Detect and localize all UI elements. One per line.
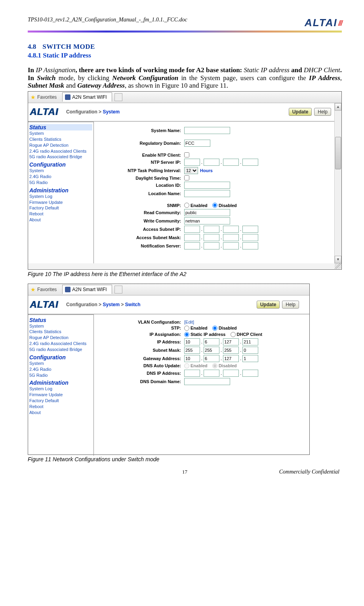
sidebar-link[interactable]: Rogue AP Detection [29,335,92,341]
ntp-ip-octet[interactable] [223,159,239,166]
snmp-enabled-radio[interactable] [184,203,189,208]
ntp-ip-octet[interactable] [204,159,219,166]
resize-grip-icon[interactable] [335,263,341,269]
new-tab-button[interactable] [114,286,122,293]
label-dns-name: DNS Domain Name: [94,379,184,384]
sidebar-link[interactable]: System [29,323,92,329]
label-subnet: Subnet Mask: [94,348,184,353]
scroll-thumb[interactable] [335,137,341,170]
notif-octet[interactable] [184,242,200,249]
ip-octet[interactable] [242,338,258,345]
static-ip-radio[interactable] [184,332,189,337]
access-ip-octet[interactable] [184,226,200,233]
dns-auto-enabled-radio [184,363,189,368]
dhcp-client-radio[interactable] [231,332,236,337]
access-mask-octet[interactable] [223,234,239,241]
sidebar-link[interactable]: Clients Statistics [29,136,92,142]
sidebar-link[interactable]: 5G Radio [29,372,92,378]
dns-ip-octet[interactable] [204,370,219,377]
notif-octet[interactable] [223,242,239,249]
sidebar-head-status[interactable]: Status [29,124,92,130]
browser-tab[interactable]: A2N Smart WIFI [62,92,112,102]
dns-domain-input[interactable] [184,378,230,385]
ntp-enable-checkbox[interactable] [184,152,189,157]
sidebar-link[interactable]: 2.4G Radio [29,174,92,180]
notif-octet[interactable] [204,242,219,249]
sidebar-link[interactable]: Firmware Update [29,392,92,398]
sidebar-link[interactable]: System [29,361,92,366]
stp-disabled-radio[interactable] [212,326,217,331]
new-tab-button[interactable] [114,93,122,101]
breadcrumb: Configuration > System [66,109,289,115]
vlan-edit-link[interactable]: [Edit] [184,320,194,324]
sidebar-link[interactable]: 2.4G Radio [29,366,92,372]
ntp-ip-octet[interactable] [242,159,258,166]
ip-octet[interactable] [184,338,200,345]
help-button[interactable]: Help [282,301,299,309]
location-name-input[interactable] [184,190,230,197]
subnet-octet[interactable] [204,347,219,354]
sidebar-link[interactable]: Factory Default [29,398,92,404]
sidebar-link[interactable]: 2.4G radio Associated Clients [29,341,92,347]
ntp-poll-select[interactable]: 12 [184,167,198,174]
update-button[interactable]: Update [257,301,280,309]
subnet-octet[interactable] [184,347,200,354]
sidebar-head-admin[interactable]: Administration [29,187,92,194]
sidebar-link[interactable]: About [29,410,92,416]
update-button[interactable]: Update [289,108,312,116]
access-ip-octet[interactable] [223,226,239,233]
snmp-disabled-radio[interactable] [212,203,217,208]
subnet-octet[interactable] [242,347,258,354]
access-mask-octet[interactable] [242,234,258,241]
dns-ip-octet[interactable] [242,370,258,377]
sidebar-head-status[interactable]: Status [29,317,92,323]
sidebar-link[interactable]: Factory Default [29,205,92,211]
scroll-up-icon[interactable]: ▲ [335,103,341,111]
vertical-scrollbar[interactable]: ▲ ▼ [334,103,341,263]
stp-enabled-radio[interactable] [184,326,189,331]
access-mask-octet[interactable] [204,234,219,241]
dns-ip-octet[interactable] [184,370,200,377]
scroll-down-icon[interactable]: ▼ [335,256,341,263]
sidebar-link[interactable]: System Log [29,194,92,199]
sidebar-link[interactable]: Rogue AP Detection [29,142,92,148]
gateway-octet[interactable] [242,355,258,362]
sidebar-head-config[interactable]: Configuration [29,354,92,361]
sidebar-link[interactable]: System [29,168,92,174]
access-ip-octet[interactable] [204,226,219,233]
subnet-octet[interactable] [223,347,239,354]
label-vlan: VLAN Configuration: [94,320,184,324]
sidebar-link[interactable]: 5G Radio [29,180,92,186]
ntp-ip-octet[interactable] [184,159,200,166]
gateway-octet[interactable] [204,355,219,362]
access-mask-octet[interactable] [184,234,200,241]
access-ip-octet[interactable] [242,226,258,233]
sidebar-link[interactable]: 2.4G radio Associated Clients [29,148,92,154]
help-button[interactable]: Help [314,108,331,116]
location-id-input[interactable] [184,182,230,189]
sidebar-link[interactable]: Reboot [29,404,92,410]
gateway-octet[interactable] [184,355,200,362]
sidebar-link[interactable]: System [29,130,92,136]
sidebar-link[interactable]: Reboot [29,211,92,217]
sidebar-link[interactable]: About [29,217,92,223]
system-name-input[interactable] [184,127,230,134]
read-community-input[interactable] [184,209,230,216]
ip-octet[interactable] [223,338,239,345]
write-community-input[interactable] [184,217,230,224]
dns-ip-octet[interactable] [223,370,239,377]
sidebar-link[interactable]: 5G radio Associated Bridge [29,154,92,160]
gateway-octet[interactable] [223,355,239,362]
notif-octet[interactable] [242,242,258,249]
sidebar-head-admin[interactable]: Administration [29,380,92,386]
dst-checkbox[interactable] [184,175,189,180]
sidebar-link[interactable]: Firmware Update [29,199,92,205]
sidebar-link[interactable]: 5G radio Associated Bridge [29,347,92,353]
ip-octet[interactable] [204,338,219,345]
sidebar-link[interactable]: Clients Statistics [29,329,92,335]
sidebar-link[interactable]: System Log [29,386,92,392]
tab-favicon-icon [65,94,71,100]
browser-tab[interactable]: A2N Smart WIFI [62,285,112,294]
sidebar-head-config[interactable]: Configuration [29,161,92,168]
reg-domain-input[interactable] [184,140,210,147]
